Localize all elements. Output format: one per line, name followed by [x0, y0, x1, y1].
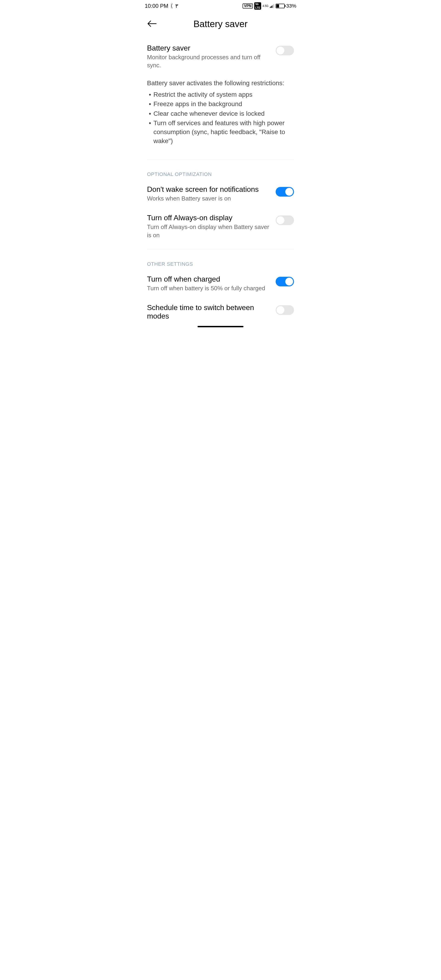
charged-toggle[interactable]: [275, 277, 294, 286]
battery-saver-title: Battery saver: [147, 44, 271, 52]
charged-title: Turn off when charged: [147, 275, 271, 283]
aod-title: Turn off Always-on display: [147, 213, 271, 222]
dont-wake-row[interactable]: Don't wake screen for notifications Work…: [147, 180, 294, 208]
signal-icon: [270, 4, 274, 8]
page-title: Battery saver: [147, 19, 294, 29]
dont-wake-toggle[interactable]: [275, 187, 294, 197]
schedule-toggle[interactable]: [275, 305, 294, 315]
battery-saver-row[interactable]: Battery saver Monitor background process…: [147, 38, 294, 75]
volte-icon: VoLTE: [254, 2, 261, 10]
schedule-row[interactable]: Schedule time to switch between modes: [147, 298, 294, 321]
restrictions-list: Restrict the activity of system apps Fre…: [147, 90, 294, 145]
network-type: 4.5G: [263, 5, 269, 7]
status-bar: 10:00 PM ᛕ ٣ VPN VoLTE 4.5G 33%: [138, 0, 303, 12]
charged-desc: Turn off when battery is 50% or fully ch…: [147, 284, 271, 293]
restriction-item: Restrict the activity of system apps: [149, 90, 294, 99]
arrow-left-icon: [147, 20, 157, 27]
status-icon-1: ᛕ: [170, 3, 174, 9]
battery-saver-desc: Monitor background processes and turn of…: [147, 53, 271, 69]
status-right: VPN VoLTE 4.5G 33%: [242, 2, 296, 10]
section-other-settings: OTHER SETTINGS: [147, 254, 294, 269]
status-time: 10:00 PM: [145, 3, 168, 9]
charged-row[interactable]: Turn off when charged Turn off when batt…: [147, 269, 294, 298]
status-icon-2: ٣: [175, 3, 178, 9]
battery-percent: 33%: [286, 3, 296, 9]
restriction-item: Clear cache whenever device is locked: [149, 109, 294, 118]
aod-desc: Turn off Always-on display when Battery …: [147, 223, 271, 239]
back-button[interactable]: [147, 19, 157, 29]
restrictions-info: Battery saver activates the following re…: [147, 75, 294, 155]
status-left: 10:00 PM ᛕ ٣: [145, 3, 178, 9]
aod-row[interactable]: Turn off Always-on display Turn off Alwa…: [147, 208, 294, 245]
dont-wake-title: Don't wake screen for notifications: [147, 185, 271, 194]
battery-icon: [275, 4, 285, 8]
section-optional-optimization: OPTIONAL OPTIMIZATION: [147, 164, 294, 180]
schedule-title: Schedule time to switch between modes: [147, 303, 271, 320]
restriction-item: Freeze apps in the background: [149, 99, 294, 108]
dont-wake-desc: Works when Battery saver is on: [147, 194, 271, 202]
restriction-item: Turn off services and features with high…: [149, 119, 294, 146]
home-indicator[interactable]: [197, 326, 244, 327]
page-header: Battery saver: [138, 12, 303, 38]
vpn-icon: VPN: [242, 3, 253, 8]
aod-toggle[interactable]: [275, 215, 294, 225]
restrictions-intro: Battery saver activates the following re…: [147, 80, 294, 87]
battery-saver-toggle[interactable]: [275, 46, 294, 55]
